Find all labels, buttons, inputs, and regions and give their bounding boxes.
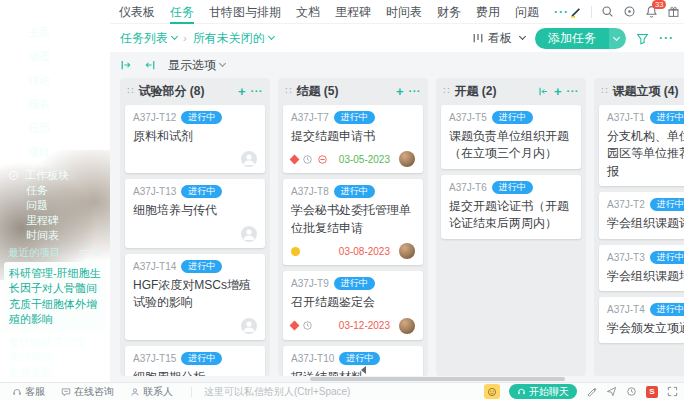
- drag-handle-icon[interactable]: ∷: [443, 86, 449, 96]
- history-button[interactable]: [626, 386, 637, 397]
- sidebar-item-calendar[interactable]: 日历: [0, 116, 110, 140]
- task-card[interactable]: A37J-T7进行中 提交结题申请书 03-05-2023: [283, 105, 423, 173]
- task-card[interactable]: A37J-T1进行中 分支机构、单位会员、园区等单位推荐课题申报: [599, 105, 684, 186]
- tab-tasks[interactable]: 任务: [170, 0, 194, 24]
- sidebar-item-tasks[interactable]: 任务: [0, 183, 110, 198]
- assignee-avatar[interactable]: [241, 318, 257, 334]
- card-list: A37J-T1进行中 分支机构、单位会员、园区等单位推荐课题申报 A37J-T2…: [594, 104, 684, 348]
- collapse-all-right-icon[interactable]: [120, 59, 132, 71]
- tab-docs[interactable]: 文档: [296, 0, 320, 24]
- assignee-avatar[interactable]: [241, 226, 257, 242]
- add-card-button[interactable]: +: [554, 85, 562, 98]
- notifications-button[interactable]: 33: [645, 5, 658, 18]
- support-button[interactable]: 客服: [12, 385, 45, 399]
- sidebar-item-projects[interactable]: 项目: [0, 140, 110, 164]
- task-title: HGF浓度对MSCs增殖试验的影响: [133, 277, 257, 312]
- task-card[interactable]: A37J-T10进行中 报送结题材料 03-16-2023: [283, 346, 423, 376]
- search-icon[interactable]: [92, 248, 102, 258]
- tab-dashboard[interactable]: 仪表板: [119, 0, 155, 24]
- work-section-header[interactable]: 工作板块: [0, 168, 110, 183]
- start-chat-button[interactable]: 开始聊天: [509, 384, 577, 399]
- sidebar-item-reports[interactable]: 报表: [0, 92, 110, 116]
- recent-project-item[interactable]: 集成装配: [0, 365, 110, 380]
- contacts-button[interactable]: 联系人: [130, 385, 173, 399]
- gift-icon[interactable]: [667, 5, 680, 18]
- hamburger-menu-icon[interactable]: [7, 3, 18, 12]
- display-options-button[interactable]: 显示选项: [168, 57, 225, 74]
- sidebar-item-home[interactable]: 主页: [0, 20, 110, 44]
- task-card[interactable]: A37J-T2进行中 学会组织课题评审: [599, 192, 684, 238]
- tab-expense[interactable]: 费用: [476, 0, 500, 24]
- task-card[interactable]: A37J-T15进行中 细胞周期分析: [125, 346, 265, 376]
- tab-timesheet[interactable]: 时间表: [386, 0, 422, 24]
- add-task-dropdown[interactable]: [609, 28, 626, 49]
- search-icon[interactable]: [601, 5, 614, 18]
- sidebar-item-discussion[interactable]: 讨论: [0, 68, 110, 92]
- collapse-column-icon[interactable]: [538, 86, 549, 97]
- assignee-avatar[interactable]: [399, 318, 415, 334]
- send-button[interactable]: [606, 386, 617, 397]
- due-date: 03-08-2023: [339, 246, 390, 257]
- sort-icon[interactable]: [78, 248, 88, 258]
- card-list: A37J-T7进行中 提交结题申请书 03-05-2023 A3: [278, 104, 428, 376]
- task-card[interactable]: A37J-T8进行中 学会秘书处委托管理单位批复结申请 03-08-2023: [283, 179, 423, 265]
- task-card[interactable]: A37J-T13进行中 细胞培养与传代: [125, 179, 265, 247]
- task-title: 提交结题申请书: [291, 128, 415, 145]
- sidebar-nav: 主页 动态 讨论 报表 日历 项目: [0, 20, 110, 164]
- add-card-button[interactable]: +: [396, 85, 404, 98]
- column-more-button[interactable]: ···: [409, 85, 422, 97]
- app-title: Projects: [42, 0, 91, 14]
- task-card[interactable]: A37J-T14进行中 HGF浓度对MSCs增殖试验的影响: [125, 254, 265, 340]
- view-more-button[interactable]: ···: [659, 31, 674, 45]
- expand-button[interactable]: [667, 386, 678, 397]
- view-switcher[interactable]: 看板: [472, 30, 525, 47]
- task-card[interactable]: A37J-T3进行中 学会组织课题培训会: [599, 245, 684, 291]
- column-more-button[interactable]: ···: [251, 85, 264, 97]
- recent-project-item[interactable]: 硬装设计: [0, 380, 110, 382]
- drag-handle-icon[interactable]: ∷: [285, 86, 291, 96]
- tabs-more-button[interactable]: ···: [554, 5, 569, 19]
- tab-gantt[interactable]: 甘特图与排期: [209, 0, 281, 24]
- task-card[interactable]: A37J-T4进行中 学会颁发立项通知书: [599, 297, 684, 343]
- breadcrumb-filter[interactable]: 所有未关闭的: [193, 30, 274, 47]
- drag-handle-icon[interactable]: ∷: [601, 86, 607, 96]
- task-id: A37J-T5: [449, 112, 487, 123]
- tab-milestones[interactable]: 里程碑: [335, 0, 371, 24]
- assignee-avatar[interactable]: [399, 151, 415, 167]
- pen-icon[interactable]: [569, 5, 582, 18]
- column-more-button[interactable]: ···: [567, 85, 580, 97]
- tab-issues[interactable]: 问题: [515, 0, 539, 24]
- recent-project-item[interactable]: 项目管理: [0, 350, 110, 365]
- assignee-avatar[interactable]: [399, 243, 415, 259]
- online-consult-button[interactable]: 在线咨询: [61, 385, 114, 399]
- add-task-button[interactable]: 添加任务: [535, 28, 626, 49]
- sidebar-item-timesheet[interactable]: 时间表: [0, 228, 110, 243]
- recent-project-item[interactable]: 餐饮联锁店管理: [0, 335, 110, 350]
- task-title: 细胞周期分析: [133, 369, 257, 376]
- direct-message-input[interactable]: 这里可以私信给别人(Ctrl+Space): [204, 385, 350, 399]
- task-card[interactable]: A37J-T12进行中 原料和试剂: [125, 105, 265, 173]
- target-icon[interactable]: [623, 5, 636, 18]
- task-card[interactable]: A37J-T5进行中 课题负责单位组织开题（在立项三个月内）: [441, 105, 581, 169]
- sidebar-item-milestones[interactable]: 里程碑: [0, 213, 110, 228]
- horizontal-scrollbar[interactable]: [310, 377, 565, 381]
- emoji-button[interactable]: [484, 384, 500, 399]
- brush-button[interactable]: [586, 386, 597, 397]
- task-card[interactable]: A37J-T6进行中 提交开题论证书（开题论证结束后两周内）: [441, 175, 581, 239]
- task-card[interactable]: A37J-T9进行中 召开结题鉴定会 03-12-2023: [283, 271, 423, 339]
- scroll-left-arrow[interactable]: [361, 366, 366, 374]
- filter-button[interactable]: [636, 32, 649, 45]
- drag-handle-icon[interactable]: ∷: [127, 86, 133, 96]
- due-date: 03-12-2023: [339, 320, 390, 331]
- add-card-button[interactable]: +: [238, 85, 246, 98]
- sidebar-item-activity[interactable]: 动态: [0, 44, 110, 68]
- breadcrumb-task-list[interactable]: 任务列表: [120, 30, 177, 47]
- collapse-all-left-icon[interactable]: [144, 59, 156, 71]
- headset-icon: [12, 387, 22, 397]
- breadcrumb-separator: ›: [183, 32, 187, 44]
- red-app-logo-icon[interactable]: S: [646, 386, 658, 398]
- assignee-avatar[interactable]: [241, 151, 257, 167]
- sidebar-item-issues[interactable]: 问题: [0, 198, 110, 213]
- tab-finance[interactable]: 财务: [437, 0, 461, 24]
- recent-project-active[interactable]: 科研管理-肝细胞生长因子对人骨髓间充质干细胞体外增殖的影响: [4, 262, 106, 332]
